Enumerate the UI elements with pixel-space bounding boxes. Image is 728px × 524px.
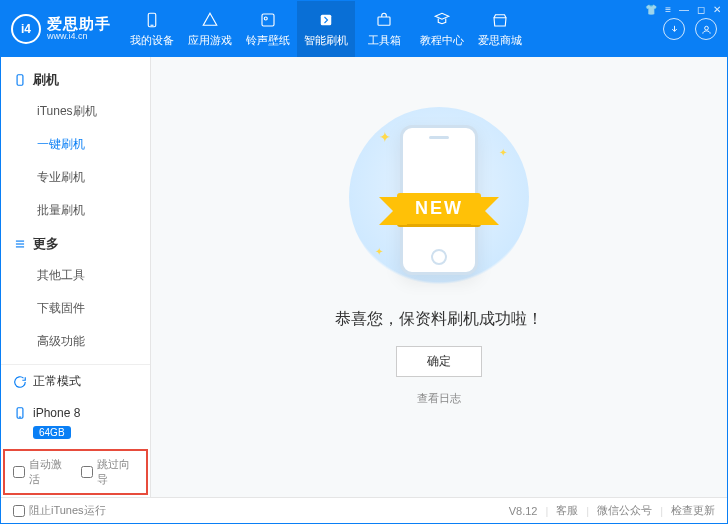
nav-label: 工具箱 xyxy=(368,33,401,48)
win-min-icon[interactable]: — xyxy=(679,4,689,15)
sidebar-item-itunes-flash[interactable]: iTunes刷机 xyxy=(1,95,150,128)
win-close-icon[interactable]: ✕ xyxy=(713,4,721,15)
checkbox-label: 阻止iTunes运行 xyxy=(29,503,106,518)
sidebar-item-pro-flash[interactable]: 专业刷机 xyxy=(1,161,150,194)
support-link[interactable]: 客服 xyxy=(556,503,578,518)
sidebar-item-onekey-flash[interactable]: 一键刷机 xyxy=(1,128,150,161)
store-icon xyxy=(490,10,510,30)
nav-label: 应用游戏 xyxy=(188,33,232,48)
svg-point-3 xyxy=(264,17,267,20)
sidebar-item-advanced[interactable]: 高级功能 xyxy=(1,325,150,358)
brand-logo[interactable]: i4 爱思助手 www.i4.cn xyxy=(1,1,123,57)
sidebar-group-label: 更多 xyxy=(33,235,59,253)
svg-rect-2 xyxy=(262,14,274,26)
sidebar-group-more[interactable]: 更多 xyxy=(1,227,150,259)
nav-store[interactable]: 爱思商城 xyxy=(471,1,529,57)
win-shirt-icon[interactable]: 👕 xyxy=(645,4,657,15)
sparkle-icon: ✦ xyxy=(499,147,507,158)
success-illustration: ✦ ✦ ✦ NEW xyxy=(349,107,529,287)
account-button[interactable] xyxy=(695,18,717,40)
view-log-link[interactable]: 查看日志 xyxy=(417,391,461,406)
flash-icon xyxy=(316,10,336,30)
brand-name: 爱思助手 xyxy=(47,16,111,33)
logo-circle-icon: i4 xyxy=(11,14,41,44)
device-mode-label: 正常模式 xyxy=(33,373,81,390)
sidebar-group-label: 刷机 xyxy=(33,71,59,89)
nav-label: 教程中心 xyxy=(420,33,464,48)
sidebar-item-download-fw[interactable]: 下载固件 xyxy=(1,292,150,325)
nav-label: 智能刷机 xyxy=(304,33,348,48)
new-ribbon: NEW xyxy=(397,193,481,224)
sidebar-status: 正常模式 iPhone 8 64GB xyxy=(1,364,150,447)
nav-ringtones[interactable]: 铃声壁纸 xyxy=(239,1,297,57)
nav-label: 爱思商城 xyxy=(478,33,522,48)
sparkle-icon: ✦ xyxy=(379,129,391,145)
window-controls: 👕 ≡ — ◻ ✕ xyxy=(645,4,721,15)
svg-rect-7 xyxy=(17,75,23,86)
win-max-icon[interactable]: ◻ xyxy=(697,4,705,15)
svg-rect-5 xyxy=(378,17,390,25)
nav-toolbox[interactable]: 工具箱 xyxy=(355,1,413,57)
main-content: ✦ ✦ ✦ NEW 恭喜您，保资料刷机成功啦！ 确定 查看日志 xyxy=(151,57,727,497)
top-nav: 我的设备 应用游戏 铃声壁纸 智能刷机 工具箱 教程中心 xyxy=(123,1,529,57)
block-itunes-checkbox[interactable]: 阻止iTunes运行 xyxy=(13,503,106,518)
sparkle-icon: ✦ xyxy=(375,246,383,257)
version-label: V8.12 xyxy=(509,505,538,517)
device-name: iPhone 8 xyxy=(33,406,80,420)
nav-label: 我的设备 xyxy=(130,33,174,48)
wallpaper-icon xyxy=(258,10,278,30)
storage-badge: 64GB xyxy=(33,426,71,439)
win-menu-icon[interactable]: ≡ xyxy=(665,4,671,15)
check-update-link[interactable]: 检查更新 xyxy=(671,503,715,518)
wechat-link[interactable]: 微信公众号 xyxy=(597,503,652,518)
auto-activate-checkbox[interactable]: 自动激活 xyxy=(13,457,71,487)
device-mode[interactable]: 正常模式 xyxy=(1,365,150,398)
nav-apps[interactable]: 应用游戏 xyxy=(181,1,239,57)
nav-tutorial[interactable]: 教程中心 xyxy=(413,1,471,57)
footer: 阻止iTunes运行 V8.12 | 客服 | 微信公众号 | 检查更新 xyxy=(1,497,727,523)
toolbox-icon xyxy=(374,10,394,30)
brand-url: www.i4.cn xyxy=(47,32,111,42)
sidebar-item-other-tools[interactable]: 其他工具 xyxy=(1,259,150,292)
nav-flash[interactable]: 智能刷机 xyxy=(297,1,355,57)
header: 👕 ≡ — ◻ ✕ i4 爱思助手 www.i4.cn 我的设备 应用游戏 xyxy=(1,1,727,57)
checkbox-label: 自动激活 xyxy=(29,457,71,487)
svg-point-6 xyxy=(704,26,708,30)
download-button[interactable] xyxy=(663,18,685,40)
apps-icon xyxy=(200,10,220,30)
nav-my-device[interactable]: 我的设备 xyxy=(123,1,181,57)
sidebar-item-batch-flash[interactable]: 批量刷机 xyxy=(1,194,150,227)
success-message: 恭喜您，保资料刷机成功啦！ xyxy=(335,309,543,330)
sidebar-options: 自动激活 跳过向导 xyxy=(3,449,148,495)
tutorial-icon xyxy=(432,10,452,30)
sidebar-group-flash[interactable]: 刷机 xyxy=(1,63,150,95)
phone-icon xyxy=(142,10,162,30)
checkbox-label: 跳过向导 xyxy=(97,457,139,487)
sidebar: 刷机 iTunes刷机 一键刷机 专业刷机 批量刷机 更多 其他工具 下载固件 … xyxy=(1,57,151,497)
device-info[interactable]: iPhone 8 64GB xyxy=(1,398,150,447)
nav-label: 铃声壁纸 xyxy=(246,33,290,48)
ok-button[interactable]: 确定 xyxy=(396,346,482,377)
svg-rect-4 xyxy=(321,15,332,26)
skip-guide-checkbox[interactable]: 跳过向导 xyxy=(81,457,139,487)
